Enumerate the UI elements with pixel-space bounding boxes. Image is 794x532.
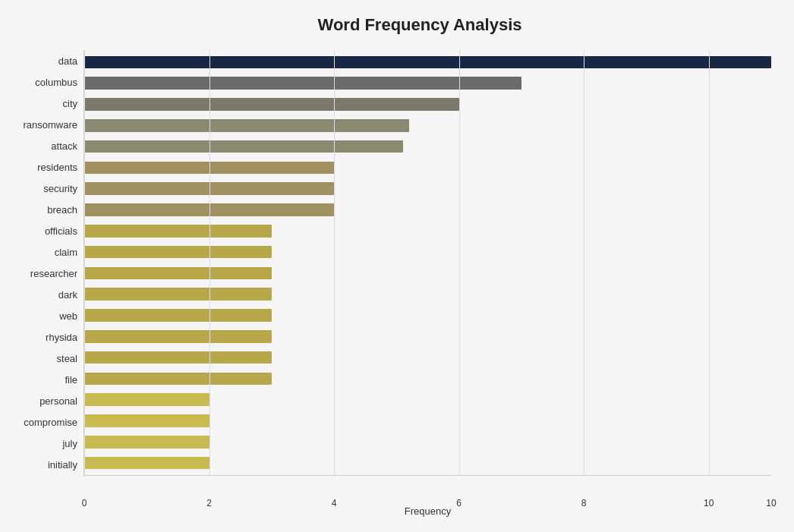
y-label: july	[8, 439, 77, 449]
y-label: data	[8, 56, 77, 66]
y-label: initially	[8, 460, 77, 470]
bar-row	[84, 389, 771, 411]
bar-row	[84, 241, 771, 263]
y-label: personal	[8, 396, 77, 406]
chart-title: Word Frequency Analysis	[8, 15, 771, 35]
bar	[84, 119, 409, 132]
plot-area: 024681010 Frequency	[83, 50, 771, 476]
bar	[84, 393, 210, 406]
y-label: compromise	[8, 417, 77, 427]
bar	[84, 351, 272, 364]
y-label: dark	[8, 290, 77, 300]
bar-row	[84, 368, 771, 389]
bar	[84, 140, 403, 153]
y-label: researcher	[8, 269, 77, 279]
y-label: security	[8, 184, 77, 194]
bar	[84, 373, 272, 386]
y-label: breach	[8, 205, 77, 215]
bar-row	[84, 178, 771, 200]
bar	[84, 457, 210, 470]
bar	[84, 203, 334, 216]
bar	[84, 246, 272, 259]
y-label: ransomware	[8, 120, 77, 130]
bar-row	[84, 305, 771, 326]
bar	[84, 182, 334, 195]
bar	[84, 309, 272, 322]
y-label: attack	[8, 141, 77, 151]
bar-row	[84, 347, 771, 368]
bar	[84, 225, 272, 238]
bar	[84, 288, 272, 301]
bar-row	[84, 52, 771, 73]
chart-container: Word Frequency Analysis datacolumbuscity…	[0, 0, 794, 532]
bar-row	[84, 200, 771, 221]
bar	[84, 414, 210, 427]
bar	[84, 98, 459, 111]
y-label: web	[8, 311, 77, 321]
y-label: file	[8, 375, 77, 385]
bar-row	[84, 73, 771, 94]
y-axis: datacolumbuscityransomwareattackresident…	[8, 50, 83, 476]
bar-row	[84, 284, 771, 305]
bar-row	[84, 157, 771, 178]
bar-row	[84, 431, 771, 452]
y-label: rhysida	[8, 332, 77, 342]
bar	[84, 330, 272, 343]
bar-row	[84, 263, 771, 284]
bars-area	[84, 50, 771, 475]
chart-body: datacolumbuscityransomwareattackresident…	[8, 50, 771, 476]
x-axis-label: Frequency	[84, 505, 771, 517]
bar	[84, 162, 334, 175]
y-label: claim	[8, 247, 77, 257]
bar-row	[84, 452, 771, 474]
y-label: residents	[8, 162, 77, 172]
bar-row	[84, 94, 771, 115]
bar-row	[84, 326, 771, 347]
bar	[84, 436, 210, 449]
y-label: city	[8, 99, 77, 109]
bar	[84, 77, 521, 90]
y-label: steal	[8, 354, 77, 364]
bar	[84, 56, 771, 69]
y-label: officials	[8, 226, 77, 236]
bar	[84, 267, 272, 280]
bar-row	[84, 411, 771, 432]
bar-row	[84, 115, 771, 136]
bar-row	[84, 220, 771, 241]
y-label: columbus	[8, 77, 77, 87]
bar-row	[84, 136, 771, 157]
